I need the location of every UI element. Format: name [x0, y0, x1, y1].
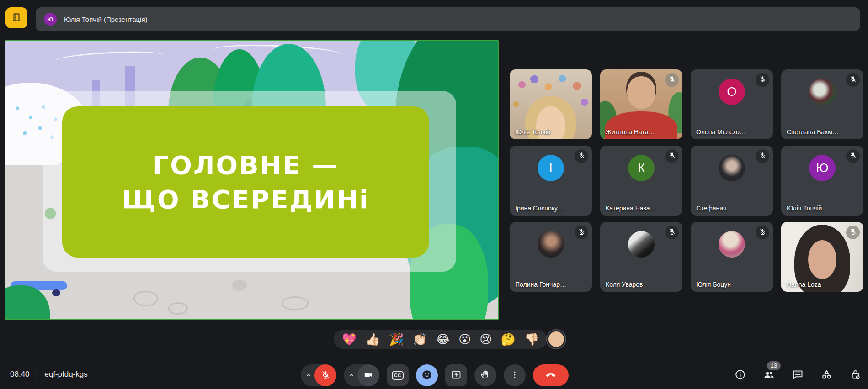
mic-off-icon	[849, 152, 857, 161]
reaction-emoji-button[interactable]: 🎉	[389, 333, 404, 345]
call-end-icon	[544, 368, 557, 383]
participants-grid: Юлія Топчій Житлова Ната… О	[510, 69, 863, 292]
participant-tile[interactable]: Стефания	[691, 146, 773, 216]
participant-photo-avatar	[809, 79, 836, 105]
slide-artwork	[54, 49, 163, 67]
participant-tile[interactable]: І Ірина Слєпоку…	[510, 146, 592, 216]
participant-name: Олена Мєлєхо…	[696, 128, 746, 136]
participant-name: Стефания	[696, 205, 727, 212]
mic-muted-badge	[575, 226, 588, 239]
mic-toggle-button[interactable]	[314, 364, 336, 386]
participant-letter-avatar: Ю	[809, 155, 836, 181]
participant-tile[interactable]: Юлія Топчій	[510, 69, 592, 139]
meeting-home-button[interactable]	[5, 7, 27, 28]
info-icon	[734, 375, 746, 382]
camera-options-chevron[interactable]	[346, 364, 357, 386]
host-controls-icon	[849, 375, 862, 382]
present-icon	[451, 369, 462, 382]
slide-artwork	[168, 302, 188, 315]
mic-muted-badge	[846, 226, 860, 239]
participant-tile[interactable]: Hanna Loza	[781, 222, 863, 292]
participant-tile[interactable]: Юлія Боцун	[691, 222, 773, 292]
mic-off-icon	[849, 228, 857, 237]
meeting-code: eqf-pfdq-kgs	[44, 370, 88, 379]
participant-tile[interactable]: Светлана Бахм…	[781, 69, 863, 139]
meeting-details-button[interactable]	[734, 368, 746, 381]
participant-photo-avatar	[719, 155, 745, 181]
mic-muted-badge	[575, 149, 588, 163]
presenter-label: Юлія Топчій (Презентація)	[64, 16, 148, 23]
reaction-emoji-button[interactable]: 😮	[458, 333, 471, 345]
participant-photo-avatar	[538, 231, 564, 258]
participant-photo-avatar	[719, 231, 745, 258]
slide-title-card: ГОЛОВНЕ — ЩО ВСЕРЕДИНі	[62, 106, 429, 258]
pinned-presenter-bar[interactable]: Ю Юлія Топчій (Презентація)	[36, 7, 860, 31]
mic-options-chevron[interactable]	[303, 364, 314, 386]
participant-name: Юлія Боцун	[696, 281, 731, 288]
chat-icon	[792, 375, 804, 382]
status-divider: |	[36, 370, 38, 379]
mic-off-icon	[320, 370, 330, 381]
mic-off-icon	[668, 228, 676, 237]
meeting-panels: 13	[734, 360, 862, 389]
participant-photo-avatar	[628, 231, 655, 258]
participant-tile[interactable]: К Катерина Наза…	[600, 146, 682, 216]
mic-muted-badge	[756, 73, 769, 87]
leave-call-button[interactable]	[533, 364, 569, 386]
participant-tile[interactable]: Коля Уваров	[600, 222, 682, 292]
present-screen-button[interactable]	[445, 364, 467, 386]
mic-muted-badge	[756, 149, 769, 163]
raise-hand-button[interactable]	[474, 364, 496, 386]
reaction-emoji-button[interactable]: 😢	[479, 333, 492, 345]
mic-muted-badge	[846, 73, 860, 87]
activities-icon	[820, 375, 833, 382]
participant-tile[interactable]: Полина Гончар…	[510, 222, 592, 292]
skin-tone-selector[interactable]	[548, 331, 564, 347]
participant-name: Юлія Топчій	[515, 128, 550, 136]
mic-off-icon	[668, 152, 676, 161]
reaction-emoji-button[interactable]: 🤔	[501, 333, 515, 345]
reactions-toggle-button[interactable]	[416, 364, 438, 386]
participant-tile[interactable]: Ю Юлія Топчій	[781, 146, 863, 216]
slide-artwork	[282, 296, 309, 310]
mic-off-icon	[849, 75, 857, 85]
mic-muted-badge	[756, 226, 769, 239]
camera-toggle-button[interactable]	[357, 364, 379, 386]
participant-name: Светлана Бахм…	[787, 128, 839, 136]
more-options-button[interactable]	[504, 364, 526, 386]
hand-icon	[480, 369, 491, 382]
videocam-icon	[363, 370, 373, 381]
slide-title-line2: ЩО ВСЕРЕДИНі	[122, 184, 369, 214]
reaction-emoji-button[interactable]: 😂	[436, 333, 450, 345]
slide-artwork	[52, 289, 60, 296]
mic-muted-badge	[846, 149, 860, 163]
mic-off-icon	[578, 228, 586, 237]
participant-name: Юлія Топчій	[787, 205, 822, 212]
show-participants-button[interactable]: 13	[763, 368, 775, 381]
presentation-stage[interactable]: ГОЛОВНЕ — ЩО ВСЕРЕДИНі	[5, 40, 499, 320]
smiley-icon	[421, 369, 433, 382]
mic-off-icon	[759, 152, 767, 161]
mic-muted-badge	[665, 73, 679, 87]
captions-button[interactable]: CC	[387, 364, 409, 386]
reaction-emoji-button[interactable]: 👍🏻	[365, 333, 380, 345]
participant-tile[interactable]: Житлова Ната…	[600, 69, 682, 139]
door-icon	[11, 12, 22, 24]
reaction-emoji-button[interactable]: 👎🏻	[524, 333, 539, 345]
participants-count-badge: 13	[767, 361, 781, 370]
host-controls-button[interactable]	[849, 368, 862, 381]
reaction-emoji-button[interactable]: 👏🏻	[412, 333, 427, 345]
reaction-emoji-button[interactable]: 💖	[342, 333, 357, 345]
participant-tile[interactable]: О Олена Мєлєхо…	[691, 69, 773, 139]
activities-button[interactable]	[820, 368, 833, 381]
mic-off-icon	[578, 152, 586, 161]
participant-name: Катерина Наза…	[606, 205, 656, 212]
call-controls: CC	[301, 364, 569, 386]
slide-title-line1: ГОЛОВНЕ —	[153, 150, 339, 180]
chevron-up-icon	[347, 371, 356, 380]
google-meet-window: { "colors": { "app_bg": "#18191c", "top_…	[0, 0, 868, 389]
chat-button[interactable]	[792, 368, 804, 381]
mic-control-group	[301, 364, 336, 386]
slide-artwork	[133, 291, 158, 306]
participant-name: Полина Гончар…	[515, 281, 566, 288]
